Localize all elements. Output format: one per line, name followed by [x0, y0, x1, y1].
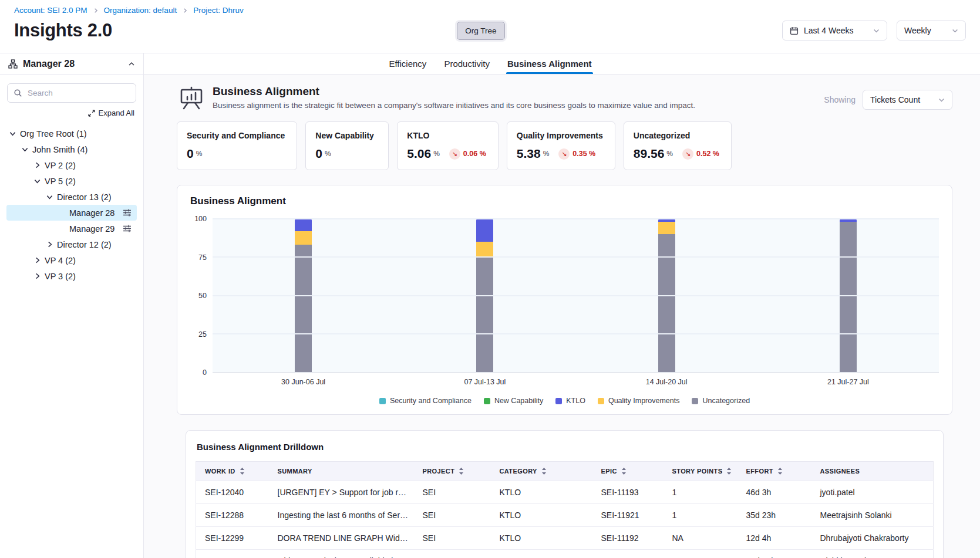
tree-item-vp-3-2[interactable]: VP 3 (2)	[6, 268, 137, 284]
legend-item-new-capability[interactable]: New Capability	[484, 397, 543, 405]
content-area: Business Alignment Business alignment is…	[144, 75, 980, 558]
legend-item-security-and-compliance[interactable]: Security and Compliance	[379, 397, 472, 405]
sort-icon[interactable]	[240, 468, 245, 475]
cell-category: KTLO	[491, 527, 592, 550]
tree-item-manager-29[interactable]: Manager 29	[6, 221, 137, 236]
filter-sliders-icon[interactable]	[123, 208, 132, 217]
tab-efficiency[interactable]: Efficiency	[389, 53, 426, 74]
cell-summary: DORA TREND LINE GRAPH Widgets is n...	[269, 527, 414, 550]
cell-effort: 35d 23h	[737, 504, 811, 527]
bar-segment-uncategorized	[295, 245, 312, 372]
search-input[interactable]	[7, 83, 136, 103]
interval-select[interactable]: Weekly	[897, 21, 966, 40]
table-row-sei-12040[interactable]: SEI-12040[URGENT] EY > Support for job r…	[196, 481, 934, 504]
tree-item-director-12-2[interactable]: Director 12 (2)	[6, 236, 137, 252]
column-header-effort[interactable]: EFFORT	[737, 462, 811, 481]
chevron-down-icon[interactable]	[9, 130, 20, 137]
chart-plot-column: 30 Jun-06 Jul07 Jul-13 Jul14 Jul-20 Jul2…	[213, 219, 939, 386]
tab-business-alignment[interactable]: Business Alignment	[507, 53, 592, 74]
kpi-card-security-and-compliance: Security and Compliance0%	[177, 121, 297, 170]
sort-icon[interactable]	[621, 468, 627, 475]
kpi-unit: %	[325, 150, 331, 158]
column-header-inner: CATEGORY	[500, 468, 589, 475]
tree-item-vp-4-2[interactable]: VP 4 (2)	[6, 252, 137, 268]
business-alignment-chart-card: Business Alignment 0255075100 30 Jun-06 …	[177, 185, 952, 415]
kpi-label: KTLO	[407, 131, 486, 140]
chevron-right-icon[interactable]	[33, 256, 45, 264]
table-row-sei-12288[interactable]: SEI-12288Ingesting the last 6 months of …	[196, 504, 934, 527]
cell-category: KTLO	[491, 481, 592, 504]
sort-icon[interactable]	[541, 468, 547, 475]
breadcrumb-link-account-sei-2-0-pm[interactable]: Account: SEI 2.0 PM	[14, 6, 87, 15]
chevron-down-icon[interactable]	[46, 193, 57, 201]
column-header-category[interactable]: CATEGORY	[491, 462, 592, 481]
y-tick-label: 75	[198, 253, 207, 262]
page-title: Insights 2.0	[14, 20, 267, 41]
showing-label: Showing	[824, 95, 856, 104]
chevron-down-icon	[952, 28, 958, 34]
breadcrumb-link-organization-default[interactable]: Organization: default	[104, 6, 177, 15]
calendar-icon	[790, 26, 799, 35]
org-tree-button[interactable]: Org Tree	[457, 22, 504, 40]
x-tick-label: 30 Jun-06 Jul	[213, 378, 394, 386]
kpi-label: New Capability	[315, 131, 376, 140]
collapse-sidebar-icon[interactable]	[128, 60, 135, 67]
kpi-card-new-capability: New Capability0%	[305, 121, 389, 170]
sort-icon[interactable]	[726, 468, 732, 475]
tree-item-org-tree-root-1[interactable]: Org Tree Root (1)	[6, 126, 137, 141]
sidebar-search	[7, 83, 136, 103]
chevron-right-icon[interactable]	[46, 241, 57, 248]
cell-work_id: SEI-12040	[196, 481, 269, 504]
section-description: Business alignment is the strategic fit …	[213, 101, 695, 110]
tab-productivity[interactable]: Productivity	[444, 53, 490, 74]
tree-item-label: VP 5 (2)	[45, 177, 76, 186]
column-header-assignees[interactable]: ASSIGNEES	[811, 462, 934, 481]
column-header-label: PROJECT	[423, 468, 455, 475]
bar-segment-ktlo	[476, 219, 493, 242]
sort-icon[interactable]	[459, 468, 464, 475]
tree-item-vp-2-2[interactable]: VP 2 (2)	[6, 157, 137, 173]
legend-item-quality-improvements[interactable]: Quality Improvements	[598, 397, 680, 405]
tree-item-label: Director 12 (2)	[57, 240, 112, 249]
expand-all-button[interactable]: Expand All	[0, 105, 143, 122]
showing-select[interactable]: Tickets Count	[863, 90, 952, 110]
kpi-unit: %	[196, 150, 203, 158]
column-header-epic[interactable]: EPIC	[592, 462, 664, 481]
kpi-value-row: 89.56%↘0.52 %	[634, 147, 719, 161]
chevron-down-icon[interactable]	[33, 177, 45, 185]
chevron-right-icon[interactable]	[33, 161, 45, 169]
table-row-sei-12375[interactable]: SEI-12375Older Commits is not available …	[196, 550, 934, 558]
cell-epic: SEI-11192	[592, 550, 664, 558]
column-header-story-points[interactable]: STORY POINTS	[664, 462, 737, 481]
main-layout: Manager 28 Expand All Org Tree Root (1)J…	[0, 53, 980, 558]
main-panel: EfficiencyProductivityBusiness Alignment…	[144, 53, 980, 558]
tree-item-label: Manager 28	[69, 208, 114, 218]
bar-segment-quality-improvements	[295, 231, 312, 245]
tree-item-john-smith-4[interactable]: John Smith (4)	[6, 141, 137, 157]
column-header-project[interactable]: PROJECT	[414, 462, 491, 481]
sort-icon[interactable]	[777, 468, 783, 475]
legend-item-uncategorized[interactable]: Uncategorized	[692, 397, 750, 405]
date-range-select[interactable]: Last 4 Weeks	[782, 21, 887, 40]
chart-title: Business Alignment	[190, 195, 939, 207]
legend-item-ktlo[interactable]: KTLO	[555, 397, 585, 405]
breadcrumb-link-project-dhruv[interactable]: Project: Dhruv	[193, 6, 244, 15]
tree-item-vp-5-2[interactable]: VP 5 (2)	[6, 173, 137, 189]
chart-x-axis: 30 Jun-06 Jul07 Jul-13 Jul14 Jul-20 Jul2…	[213, 378, 939, 386]
table-row-sei-12299[interactable]: SEI-12299DORA TREND LINE GRAPH Widgets i…	[196, 527, 934, 550]
kpi-card-quality-improvements: Quality Improvements5.38%↘0.35 %	[507, 121, 615, 170]
filter-sliders-icon[interactable]	[123, 224, 132, 233]
chevron-right-icon[interactable]	[33, 272, 45, 280]
tree-item-manager-28[interactable]: Manager 28	[6, 205, 137, 221]
section-title: Business Alignment	[213, 85, 695, 98]
column-header-summary[interactable]: SUMMARY	[269, 462, 414, 481]
column-header-work-id[interactable]: WORK ID	[196, 462, 269, 481]
tree-item-label: Director 13 (2)	[57, 192, 112, 202]
trend-down-icon: ↘	[449, 148, 460, 160]
chart-plot-area	[213, 219, 939, 373]
chevron-down-icon[interactable]	[21, 146, 32, 153]
interval-value: Weekly	[904, 26, 947, 35]
tree-item-director-13-2[interactable]: Director 13 (2)	[6, 189, 137, 205]
cell-epic: SEI-11193	[592, 481, 664, 504]
expand-all-label: Expand All	[99, 109, 134, 117]
